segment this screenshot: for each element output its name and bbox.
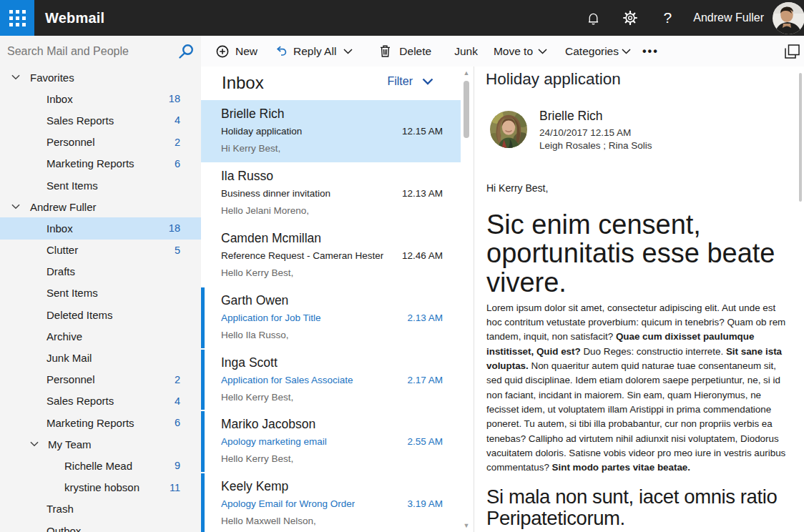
- sidebar-item-marketing-reports[interactable]: Marketing Reports6: [0, 153, 201, 174]
- email-subject: Apology Email for Wrong Order: [221, 498, 355, 509]
- email-subject: Application for Sales Associate: [221, 375, 353, 385]
- email-time: 2.13 AM: [407, 312, 443, 323]
- email-list-item[interactable]: Inga ScottApplication for Sales Associat…: [201, 349, 461, 411]
- email-list-item[interactable]: Garth OwenApplication for Job Title2.13 …: [201, 287, 461, 349]
- categories-label: Categories: [565, 45, 619, 58]
- plus-circle-icon: [216, 45, 229, 58]
- unread-count-badge: 18: [169, 222, 180, 234]
- message-body: Hi Kerry Best, Sic enim censent, oportun…: [486, 181, 787, 529]
- ellipsis-icon: •••: [642, 45, 659, 58]
- sidebar-item-personnel[interactable]: Personnel2: [0, 132, 201, 153]
- sidebar-item-junk-mail[interactable]: Junk Mail: [0, 347, 201, 368]
- app-launcher-button[interactable]: [0, 0, 34, 36]
- sidebar-item-sales-reports[interactable]: Sales Reports4: [0, 109, 201, 131]
- sidebar-section-favorites[interactable]: Favorites: [0, 66, 201, 88]
- email-time: 12.13 AM: [402, 188, 443, 199]
- more-commands-button[interactable]: •••: [642, 45, 659, 58]
- sender-name[interactable]: Brielle Rich: [539, 108, 652, 124]
- sender-avatar[interactable]: [490, 111, 527, 148]
- reading-pane-toggle-button[interactable]: [785, 44, 800, 59]
- sidebar-item-outbox[interactable]: Outbox: [0, 520, 201, 532]
- chevron-down-icon[interactable]: [11, 204, 20, 210]
- move-to-label: Move to: [494, 45, 533, 58]
- email-sender: Brielle Rich: [221, 107, 285, 122]
- settings-button[interactable]: [612, 0, 649, 36]
- sidebar-item-krystine-hobson[interactable]: krystine hobson11: [0, 477, 201, 498]
- email-list-item[interactable]: Keely KempApology Email for Wrong Order3…: [201, 473, 461, 532]
- help-button[interactable]: ?: [649, 0, 686, 36]
- sidebar-item-trash[interactable]: Trash: [0, 498, 201, 520]
- filter-button[interactable]: Filter: [387, 75, 433, 88]
- reply-all-icon: [275, 45, 288, 57]
- sidebar-item-my-team[interactable]: My Team: [0, 433, 201, 455]
- email-preview: Hi Kerry Best,: [221, 143, 280, 154]
- message-list-scrollbar[interactable]: ▲ ▼: [461, 66, 473, 532]
- sidebar-item-label: krystine hobson: [64, 481, 139, 493]
- email-preview: Hello Maxwell Nelson,: [221, 516, 316, 526]
- unread-count-badge: 6: [175, 158, 180, 169]
- sidebar-item-sent-items[interactable]: Sent Items: [0, 174, 201, 196]
- sidebar-item-richelle-mead[interactable]: Richelle Mead9: [0, 455, 201, 476]
- search-icon[interactable]: [178, 43, 195, 59]
- categories-chevron[interactable]: [622, 49, 631, 54]
- paragraph-segment: Duo Reges: constructio interrete.: [581, 346, 726, 357]
- move-to-button[interactable]: Move to: [494, 45, 547, 58]
- scroll-down-icon[interactable]: ▼: [463, 522, 470, 529]
- reading-pane-icon: [785, 44, 800, 59]
- sidebar-section-andrew-fuller[interactable]: Andrew Fuller: [0, 196, 201, 217]
- reading-scrollbar-thumb[interactable]: [799, 73, 802, 202]
- reply-all-chevron[interactable]: [343, 49, 353, 54]
- sidebar-item-label: Outbox: [46, 525, 81, 532]
- move-to-chevron[interactable]: [538, 49, 547, 54]
- sidebar-item-archive[interactable]: Archive: [0, 325, 201, 347]
- sidebar-item-label: Clutter: [46, 244, 78, 256]
- message-greeting: Hi Kerry Best,: [486, 181, 787, 195]
- scroll-up-icon[interactable]: ▲: [463, 69, 470, 77]
- filter-chevron-icon: [422, 78, 433, 85]
- message-recipients[interactable]: Leigh Rosales ; Rina Solis: [539, 139, 652, 152]
- categories-button[interactable]: Categories: [565, 45, 631, 58]
- sidebar-item-personnel[interactable]: Personnel2: [0, 369, 201, 390]
- email-sender: Keely Kemp: [221, 479, 288, 494]
- unread-count-badge: 18: [169, 93, 180, 104]
- junk-button[interactable]: Junk: [454, 45, 478, 58]
- paragraph-bold-segment: Sint modo partes vitae beatae.: [552, 462, 690, 473]
- user-name[interactable]: Andrew Fuller: [693, 11, 764, 24]
- scrollbar-thumb[interactable]: [464, 81, 469, 138]
- user-avatar[interactable]: [773, 2, 804, 34]
- sidebar-item-label: Archive: [46, 330, 82, 343]
- email-list-item[interactable]: Camden McmillanReference Request - Camer…: [201, 225, 461, 287]
- sidebar-item-label: Deleted Items: [46, 309, 113, 321]
- unread-count-badge: 11: [170, 482, 180, 493]
- message-list-header: Inbox Filter: [201, 66, 474, 100]
- sidebar-item-label: Trash: [46, 503, 74, 515]
- unread-count-badge: 6: [175, 417, 180, 428]
- email-subject: Reference Request - Cameran Hester: [221, 250, 383, 261]
- sidebar-item-label: Personnel: [46, 136, 95, 148]
- sidebar-item-marketing-reports[interactable]: Marketing Reports6: [0, 412, 201, 433]
- email-subject: Application for Job Title: [221, 312, 321, 323]
- delete-button[interactable]: Delete: [380, 45, 431, 58]
- reading-pane-scrollbar[interactable]: [797, 66, 804, 532]
- chevron-down-icon[interactable]: [30, 441, 39, 447]
- sidebar-item-deleted-items[interactable]: Deleted Items: [0, 304, 201, 325]
- sidebar-item-drafts[interactable]: Drafts: [0, 261, 201, 282]
- chevron-down-icon[interactable]: [11, 74, 20, 80]
- sidebar-item-inbox[interactable]: Inbox18: [0, 88, 201, 109]
- sidebar-item-sales-reports[interactable]: Sales Reports4: [0, 390, 201, 412]
- email-subject: Holiday application: [221, 126, 302, 137]
- email-list-item[interactable]: Ila RussoBusiness dinner invitation12.13…: [201, 162, 461, 225]
- email-sender: Mariko Jacobson: [221, 417, 315, 432]
- email-time: 2.55 AM: [407, 436, 443, 447]
- new-button[interactable]: New: [216, 45, 258, 58]
- search-input[interactable]: Search Mail and People: [0, 36, 201, 66]
- email-time: 12.46 AM: [402, 250, 443, 261]
- sidebar-item-clutter[interactable]: Clutter5: [0, 240, 201, 261]
- email-list-item[interactable]: Brielle RichHoliday application12.15 AMH…: [201, 100, 461, 162]
- notifications-button[interactable]: [574, 0, 612, 36]
- email-time: 3.19 AM: [407, 498, 443, 509]
- sidebar-item-sent-items[interactable]: Sent Items: [0, 282, 201, 304]
- sidebar-item-inbox[interactable]: Inbox18: [0, 217, 201, 239]
- reply-all-button[interactable]: Reply All: [275, 45, 353, 58]
- email-list-item[interactable]: Mariko JacobsonApology marketing email2.…: [201, 410, 461, 473]
